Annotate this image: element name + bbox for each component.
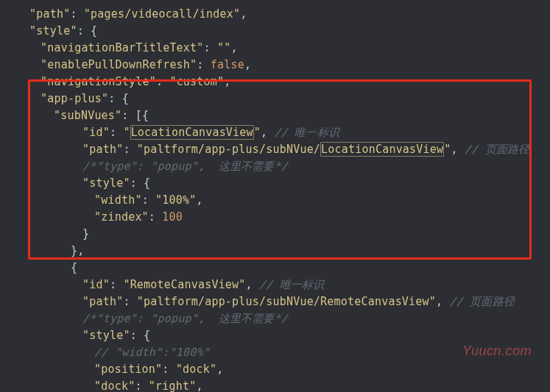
code-line: /*"type": "popup", 这里不需要*/: [0, 158, 550, 175]
code-line: "dock": "right",: [0, 378, 550, 392]
search-match-highlight: LocationCanvasView: [130, 125, 254, 140]
code-line: "path": "paltform/app-plus/subNVue/Remot…: [0, 293, 550, 310]
code-line: "path": "paltform/app-plus/subNVue/Locat…: [0, 141, 550, 158]
code-line: "id": "LocationCanvasView", // 唯一标识: [0, 124, 550, 141]
code-line: "style": {: [0, 175, 550, 192]
code-line: "style": {: [0, 327, 550, 344]
code-line: // "width":"100%": [0, 344, 550, 361]
code-line: "navigationStyle": "custom",: [0, 74, 550, 90]
code-line: "path": "pages/videocall/index",: [0, 6, 550, 23]
code-line: {: [0, 260, 550, 277]
code-line: /*"type": "popup", 这里不需要*/: [0, 310, 550, 327]
code-line: "zindex": 100: [0, 209, 550, 226]
code-line: "enablePullDownRefresh": false,: [0, 57, 550, 74]
code-line: "style": {: [0, 23, 550, 40]
code-line: "navigationBarTitleText": "",: [0, 40, 550, 57]
code-line: }: [0, 226, 550, 243]
code-line: },: [0, 243, 550, 260]
search-match-highlight: LocationCanvasView: [320, 142, 444, 157]
code-line: "subNVues": [{: [0, 107, 550, 124]
code-line: "position": "dock",: [0, 361, 550, 378]
code-line: "id": "RemoteCanvasView", // 唯一标识: [0, 277, 550, 293]
code-line: "app-plus": {: [0, 90, 550, 107]
code-line: "width": "100%",: [0, 192, 550, 209]
code-editor[interactable]: "path": "pages/videocall/index", "style"…: [0, 0, 550, 392]
